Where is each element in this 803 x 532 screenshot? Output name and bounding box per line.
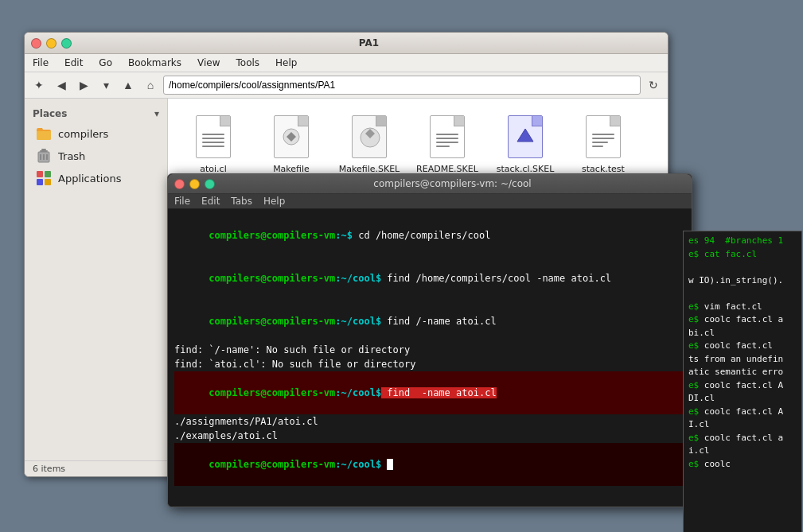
maximize-button[interactable]	[61, 38, 72, 49]
sidebar-item-compilers[interactable]: compilers	[25, 122, 167, 145]
file-icon-readme-skel	[427, 113, 467, 161]
terminal-menu-file[interactable]: File	[174, 196, 190, 207]
menu-go[interactable]: Go	[96, 56, 115, 70]
sidebar-label-compilers: compilers	[58, 128, 108, 140]
terminal-body[interactable]: compilers@compilers-vm:~$ cd /home/compi…	[168, 209, 692, 507]
window-title: PA1	[76, 37, 661, 49]
terminal-menu-tabs[interactable]: Tabs	[231, 196, 252, 207]
file-icon-stack-test	[583, 113, 623, 161]
terminal-line-2: compilers@compilers-vm:~/cool$ find /hom…	[174, 257, 685, 300]
close-button[interactable]	[31, 38, 41, 49]
file-manager-titlebar: PA1	[25, 33, 668, 54]
terminal-minimize-button[interactable]	[189, 179, 200, 189]
terminal-line-3: compilers@compilers-vm:~/cool$ find /-na…	[174, 300, 685, 343]
sidebar-item-applications[interactable]: Applications	[25, 167, 167, 189]
address-bar[interactable]	[163, 76, 641, 95]
file-manager-menubar: File Edit Go Bookmarks View Tools Help	[25, 54, 668, 72]
terminal-titlebar: compilers@compilers-vm: ~/cool	[168, 174, 692, 194]
file-item-makefile[interactable]: Makefile	[255, 108, 327, 179]
sidebar-label-trash: Trash	[58, 150, 85, 162]
forward-button[interactable]: ▶	[74, 76, 93, 95]
new-folder-button[interactable]: ✦	[29, 76, 49, 95]
menu-bookmarks[interactable]: Bookmarks	[125, 56, 185, 70]
file-icon-stack-skel	[505, 113, 545, 161]
terminal-line-4: find: `/-name': No such file or director…	[174, 343, 685, 357]
dropdown-button[interactable]: ▾	[96, 76, 115, 95]
terminal-line-9: compilers@compilers-vm:~/cool$	[174, 443, 685, 486]
file-item-readme-skel[interactable]: README.SKEL	[411, 108, 483, 179]
file-icon-makefile-skel	[349, 113, 389, 161]
file-icon-makefile	[271, 113, 311, 161]
back-button[interactable]: ◀	[52, 76, 71, 95]
sidebar-label-applications: Applications	[58, 173, 121, 184]
svg-rect-7	[45, 171, 51, 177]
svg-rect-2	[41, 149, 46, 150]
home-button[interactable]: ⌂	[141, 76, 160, 95]
trash-icon	[36, 148, 52, 164]
terminal-close-button[interactable]	[174, 179, 185, 189]
applications-icon	[36, 170, 52, 186]
terminal-line-8: ./examples/atoi.cl	[174, 429, 685, 443]
sidebar-item-trash[interactable]: Trash	[25, 145, 167, 167]
svg-rect-6	[37, 171, 43, 177]
up-button[interactable]: ▲	[119, 76, 138, 95]
file-item-makefile-skel[interactable]: Makefile.SKEL	[333, 108, 405, 179]
terminal-right-panel: es 94 #branches 1 e$ cat fac.cl w IO).in…	[683, 231, 802, 532]
menu-file[interactable]: File	[29, 56, 52, 70]
terminal-maximize-button[interactable]	[205, 179, 215, 189]
terminal-menubar: File Edit Tabs Help	[168, 194, 692, 209]
menu-view[interactable]: View	[194, 56, 223, 70]
svg-rect-9	[45, 179, 51, 185]
svg-rect-1	[40, 150, 48, 152]
file-icon-atoi	[193, 113, 233, 161]
menu-help[interactable]: Help	[272, 56, 300, 70]
menu-tools[interactable]: Tools	[233, 56, 263, 70]
svg-rect-8	[37, 179, 43, 185]
file-item-stack-test[interactable]: stack.test	[567, 108, 639, 179]
sidebar: Places ▾ compilers	[25, 99, 168, 460]
minimize-button[interactable]	[46, 38, 57, 49]
terminal-title: compilers@compilers-vm: ~/cool	[220, 178, 685, 189]
menu-edit[interactable]: Edit	[61, 56, 86, 70]
terminal-line-1: compilers@compilers-vm:~$ cd /home/compi…	[174, 214, 685, 257]
terminal-line-5: find: `atoi.cl': No such file or directo…	[174, 357, 685, 371]
terminal-menu-help[interactable]: Help	[263, 196, 285, 207]
svg-marker-12	[517, 129, 533, 142]
terminal-cursor	[387, 459, 393, 470]
terminal-menu-edit[interactable]: Edit	[201, 196, 220, 207]
refresh-button[interactable]: ↻	[644, 76, 663, 95]
folder-icon	[36, 126, 52, 142]
file-item-atoi-cl[interactable]: atoi.cl	[177, 108, 249, 179]
terminal-line-7: ./assignments/PA1/atoi.cl	[174, 414, 685, 429]
toolbar: ✦ ◀ ▶ ▾ ▲ ⌂ ↻	[25, 72, 668, 99]
terminal-window: compilers@compilers-vm: ~/cool File Edit…	[167, 173, 692, 507]
file-item-stack-skel[interactable]: stack.cl.SKEL	[489, 108, 561, 179]
sidebar-section-places: Places ▾	[25, 105, 167, 122]
terminal-line-6: compilers@compilers-vm:~/cool$ find -nam…	[174, 371, 685, 414]
